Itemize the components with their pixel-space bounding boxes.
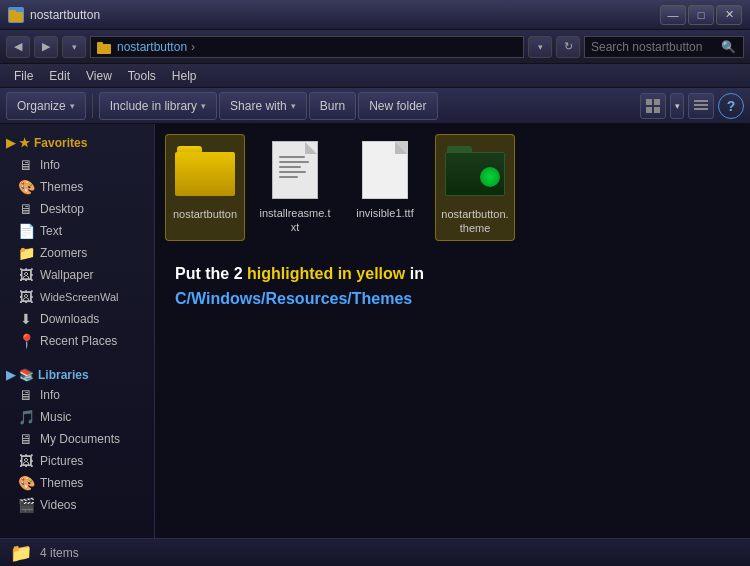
- sidebar-lib-mydocs[interactable]: 🖥 My Documents: [0, 428, 154, 450]
- menu-bar: File Edit View Tools Help: [0, 64, 750, 88]
- menu-help[interactable]: Help: [164, 64, 205, 88]
- lib-music-icon: 🎵: [18, 409, 34, 425]
- recent-pages-button[interactable]: ▾: [62, 36, 86, 58]
- back-button[interactable]: ◀: [6, 36, 30, 58]
- share-with-arrow: ▾: [291, 101, 296, 111]
- sidebar-item-wallpaper[interactable]: 🖼 Wallpaper: [0, 264, 154, 286]
- lib-videos-icon: 🎬: [18, 497, 34, 513]
- file-item-readme[interactable]: installreasme.txt: [255, 134, 335, 241]
- sidebar-item-info[interactable]: 🖥 Info: [0, 154, 154, 176]
- sidebar-item-text[interactable]: 📄 Text: [0, 220, 154, 242]
- sidebar-lib-themes-label: Themes: [40, 476, 83, 490]
- new-folder-button[interactable]: New folder: [358, 92, 437, 120]
- sidebar-item-downloads-label: Downloads: [40, 312, 99, 326]
- path-arrow: ›: [191, 40, 195, 54]
- sidebar-lib-pictures[interactable]: 🖼 Pictures: [0, 450, 154, 472]
- favorites-label: Favorites: [34, 136, 87, 150]
- file-label-ttf: invisible1.ttf: [356, 206, 413, 220]
- sidebar-item-text-label: Text: [40, 224, 62, 238]
- search-icon[interactable]: 🔍: [721, 40, 736, 54]
- sidebar-item-themes[interactable]: 🎨 Themes: [0, 176, 154, 198]
- sidebar-item-desktop[interactable]: 🖥 Desktop: [0, 198, 154, 220]
- dropdown-arrow[interactable]: ▾: [528, 36, 552, 58]
- sidebar-item-zoomers[interactable]: 📁 Zoomers: [0, 242, 154, 264]
- status-bar: 📁 4 items: [0, 538, 750, 566]
- sidebar-lib-info[interactable]: 🖥 Info: [0, 384, 154, 406]
- search-input[interactable]: [591, 40, 721, 54]
- burn-button[interactable]: Burn: [309, 92, 356, 120]
- help-button[interactable]: ?: [718, 93, 744, 119]
- green-theme-icon: [445, 146, 505, 196]
- close-button[interactable]: ✕: [716, 5, 742, 25]
- libraries-arrow: ▶: [6, 368, 15, 382]
- instruction-line1-end: in: [405, 265, 424, 282]
- wallpaper-icon: 🖼: [18, 267, 34, 283]
- include-library-button[interactable]: Include in library ▾: [99, 92, 217, 120]
- toolbar-right: ▾ ?: [640, 93, 744, 119]
- instruction-line1-highlight: highlighted in yellow: [247, 265, 405, 282]
- file-label-readme: installreasme.txt: [259, 206, 331, 235]
- minimize-button[interactable]: —: [660, 5, 686, 25]
- lib-pictures-icon: 🖼: [18, 453, 34, 469]
- svg-rect-4: [646, 99, 652, 105]
- view-details-button[interactable]: [688, 93, 714, 119]
- sidebar-lib-info-label: Info: [40, 388, 60, 402]
- share-with-button[interactable]: Share with ▾: [219, 92, 307, 120]
- sidebar-lib-mydocs-label: My Documents: [40, 432, 120, 446]
- menu-edit[interactable]: Edit: [41, 64, 78, 88]
- sidebar-item-recent-places[interactable]: 📍 Recent Places: [0, 330, 154, 352]
- svg-rect-1: [9, 10, 16, 13]
- menu-tools[interactable]: Tools: [120, 64, 164, 88]
- file-grid: nostartbutton in: [165, 134, 740, 241]
- window-title: nostartbutton: [30, 8, 660, 22]
- status-folder-icon: 📁: [10, 542, 32, 564]
- menu-view[interactable]: View: [78, 64, 120, 88]
- sidebar-lib-music[interactable]: 🎵 Music: [0, 406, 154, 428]
- address-bar: ◀ ▶ ▾ nostartbutton › ▾ ↻ 🔍: [0, 30, 750, 64]
- recent-places-icon: 📍: [18, 333, 34, 349]
- sidebar-item-downloads[interactable]: ⬇ Downloads: [0, 308, 154, 330]
- instruction-text: Put the 2 highlighted in yellow in C/Win…: [165, 261, 740, 312]
- address-path[interactable]: nostartbutton ›: [90, 36, 524, 58]
- downloads-icon: ⬇: [18, 311, 34, 327]
- info-icon: 🖥: [18, 157, 34, 173]
- sidebar-item-widescreenwal-label: WideScreenWal: [40, 291, 118, 303]
- yellow-folder-icon: [175, 146, 235, 196]
- sidebar-lib-videos[interactable]: 🎬 Videos: [0, 494, 154, 516]
- file-item-nostartbutton[interactable]: nostartbutton: [165, 134, 245, 241]
- sidebar-item-widescreenwal[interactable]: 🖼 WideScreenWal: [0, 286, 154, 308]
- favorites-arrow: ▶: [6, 136, 15, 150]
- forward-button[interactable]: ▶: [34, 36, 58, 58]
- libraries-header[interactable]: ▶ 📚 Libraries: [0, 362, 154, 384]
- file-item-ttf[interactable]: invisible1.ttf: [345, 134, 425, 241]
- menu-file[interactable]: File: [6, 64, 41, 88]
- maximize-button[interactable]: □: [688, 5, 714, 25]
- libraries-label: Libraries: [38, 368, 89, 382]
- lib-mydocs-icon: 🖥: [18, 431, 34, 447]
- search-box[interactable]: 🔍: [584, 36, 744, 58]
- sidebar-lib-music-label: Music: [40, 410, 71, 424]
- svg-rect-6: [646, 107, 652, 113]
- sidebar-item-wallpaper-label: Wallpaper: [40, 268, 94, 282]
- file-item-theme[interactable]: nostartbutton.theme: [435, 134, 515, 241]
- view-dropdown-button[interactable]: ▾: [670, 93, 684, 119]
- libraries-icon: 📚: [19, 368, 34, 382]
- instruction-line2-path: C/Windows/Resources/Themes: [175, 290, 412, 307]
- window-icon: [8, 7, 24, 23]
- refresh-button[interactable]: ↻: [556, 36, 580, 58]
- file-area: nostartbutton in: [155, 124, 750, 538]
- sidebar-lib-themes[interactable]: 🎨 Themes: [0, 472, 154, 494]
- text-icon: 📄: [18, 223, 34, 239]
- sidebar-item-recent-places-label: Recent Places: [40, 334, 117, 348]
- sidebar-lib-videos-label: Videos: [40, 498, 76, 512]
- sidebar-item-zoomers-label: Zoomers: [40, 246, 87, 260]
- favorites-star-icon: ★: [19, 136, 30, 150]
- sidebar: ▶ ★ Favorites 🖥 Info 🎨 Themes 🖥 Desktop …: [0, 124, 155, 538]
- file-icon-readme: [263, 138, 327, 202]
- desktop-icon: 🖥: [18, 201, 34, 217]
- blank-file-icon: [362, 141, 408, 199]
- favorites-header[interactable]: ▶ ★ Favorites: [0, 132, 154, 154]
- organize-button[interactable]: Organize ▾: [6, 92, 86, 120]
- view-icons-button[interactable]: [640, 93, 666, 119]
- sidebar-item-themes-label: Themes: [40, 180, 83, 194]
